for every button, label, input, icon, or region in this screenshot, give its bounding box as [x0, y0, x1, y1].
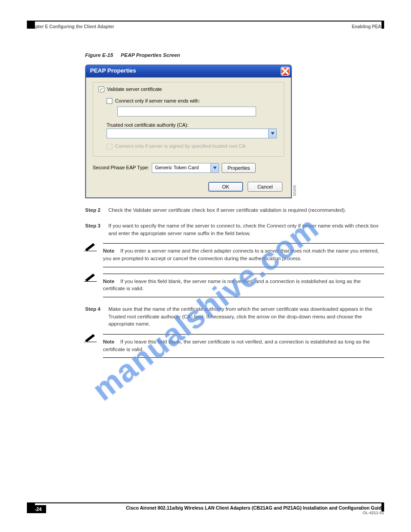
note-3-text: If you leave this field blank, the serve…: [103, 339, 370, 352]
dialog-title: PEAP Properties: [90, 67, 281, 75]
note-3: Note If you leave this field blank, the …: [103, 334, 384, 358]
properties-button[interactable]: Properties: [222, 163, 256, 173]
note-label: Note: [103, 339, 115, 344]
figure-caption: Figure E-15 PEAP Properties Screen: [85, 51, 384, 59]
trusted-ca-label: Trusted root certificate authority (CA):: [107, 122, 278, 129]
figure-image-id: 90495: [292, 185, 298, 196]
chevron-down-icon: [268, 129, 276, 138]
trusted-ca-dropdown[interactable]: [107, 129, 277, 138]
note-1: Note If you enter a server name and the …: [103, 243, 384, 267]
note-label: Note: [103, 279, 115, 284]
validate-server-cert-label: Validate server certificate: [107, 86, 162, 93]
peap-properties-dialog: PEAP Properties Validate server certific…: [85, 64, 292, 199]
server-name-input[interactable]: [117, 107, 256, 116]
chevron-down-icon: [210, 163, 218, 172]
dialog-titlebar: PEAP Properties: [86, 65, 291, 77]
step-4: Step 4 Make sure that the name of the ce…: [85, 305, 384, 328]
connect-only-name-label: Connect only if server name ends with:: [115, 98, 200, 105]
ok-button[interactable]: OK: [208, 182, 243, 192]
note-1-text: If you enter a server name and the clien…: [103, 248, 379, 261]
doc-number: OL-4211-01: [46, 511, 384, 515]
note-pencil-icon: [84, 241, 97, 251]
step-3-text: If you want to specify the name of the s…: [108, 222, 384, 237]
step-3: Step 3 If you want to specify the name o…: [85, 222, 384, 237]
validate-server-cert-checkbox[interactable]: [98, 86, 104, 92]
figure-title: PEAP Properties Screen: [121, 52, 180, 58]
close-icon[interactable]: [281, 67, 290, 76]
cancel-button[interactable]: Cancel: [248, 182, 283, 192]
figure-number: Figure E-15: [85, 52, 113, 58]
book-title: Cisco Aironet 802.11a/b/g Wireless LAN C…: [51, 505, 384, 511]
step-2-text: Check the Validate server certificate ch…: [108, 206, 346, 214]
page-header: Chapter E Configuring the Client Adapter…: [27, 0, 384, 29]
page-footer: E-24 Cisco Aironet 802.11a/b/g Wireless …: [27, 502, 384, 515]
note-label: Note: [103, 248, 115, 253]
note-pencil-icon: [84, 272, 97, 282]
step-2: Step 2 Check the Validate server certifi…: [85, 206, 384, 214]
section-label: Enabling PEAP: [352, 24, 384, 29]
validate-groupbox: Validate server certificate Connect only…: [93, 82, 284, 157]
connect-signed-label: Connect only if server is signed by spec…: [115, 143, 245, 150]
second-phase-eap-value: Generic Token Card: [155, 164, 199, 172]
note-2: Note If you leave this field blank, the …: [103, 274, 384, 297]
connect-only-name-checkbox[interactable]: [107, 98, 112, 104]
note-2-text: If you leave this field blank, the serve…: [103, 279, 361, 292]
chapter-label: Chapter E Configuring the Client Adapter: [27, 24, 114, 29]
step-4-text: Make sure that the name of the certifica…: [108, 305, 384, 328]
note-pencil-icon: [84, 332, 97, 342]
second-phase-label: Second Phase EAP Type:: [93, 164, 149, 172]
connect-signed-checkbox: [107, 144, 112, 150]
second-phase-eap-dropdown[interactable]: Generic Token Card: [152, 163, 219, 173]
